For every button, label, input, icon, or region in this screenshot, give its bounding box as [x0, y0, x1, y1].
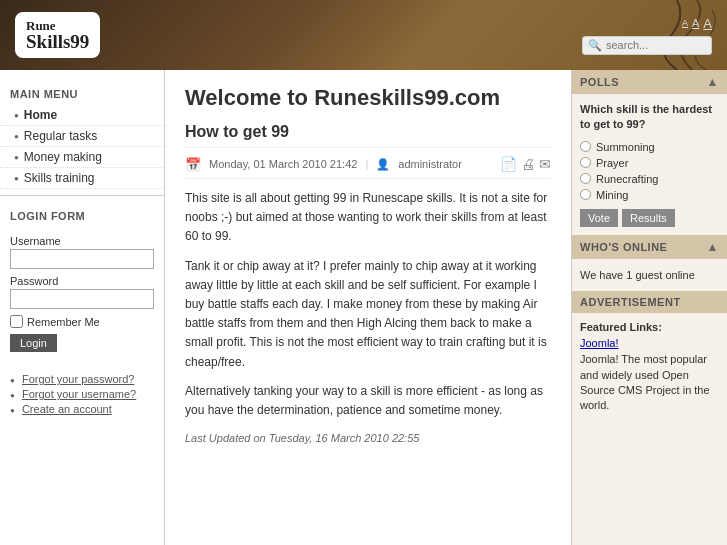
- whos-online-header: WHO'S ONLINE ▲: [572, 235, 727, 259]
- bullet-icon: ●: [10, 406, 15, 415]
- meta-actions: 📄 🖨 ✉: [500, 156, 551, 172]
- forgot-username-link[interactable]: ● Forgot your username?: [10, 388, 154, 400]
- forgot-links: ● Forgot your password? ● Forgot your us…: [0, 368, 164, 423]
- sidebar-item-label: Money making: [24, 150, 102, 164]
- polls-toggle-icon[interactable]: ▲: [707, 75, 719, 89]
- poll-option-label: Prayer: [596, 157, 628, 169]
- nav-bullet: ●: [14, 153, 19, 162]
- text-size-large[interactable]: A: [703, 16, 712, 31]
- article-meta: 📅 Monday, 01 March 2010 21:42 | 👤 admini…: [185, 156, 551, 179]
- sidebar-item-regular-tasks[interactable]: ● Regular tasks: [0, 126, 164, 147]
- advert-content: Featured Links: Joomla! Joomla! The most…: [572, 313, 727, 422]
- poll-radio-runecrafting[interactable]: [580, 173, 591, 184]
- username-input[interactable]: [10, 249, 154, 269]
- print-icon[interactable]: 🖨: [521, 156, 535, 172]
- pdf-icon[interactable]: 📄: [500, 156, 517, 172]
- login-form: Username Password Remember Me Login: [0, 227, 164, 368]
- sidebar-item-money-making[interactable]: ● Money making: [0, 147, 164, 168]
- sidebar-divider: [0, 195, 164, 196]
- text-size-medium[interactable]: A: [692, 17, 699, 29]
- online-text: We have 1 guest online: [580, 267, 719, 284]
- advertisement-header: Advertisement: [572, 291, 727, 313]
- sidebar-item-skills-training[interactable]: ● Skills training: [0, 168, 164, 189]
- nav-bullet: ●: [14, 111, 19, 120]
- featured-links-label: Featured Links:: [580, 321, 719, 333]
- login-form-title: LOGIN FORM: [0, 202, 164, 227]
- poll-option-runecrafting: Runecrafting: [580, 173, 719, 185]
- article-paragraph-3: Alternatively tanking your way to a skil…: [185, 382, 551, 420]
- login-button[interactable]: Login: [10, 334, 57, 352]
- header-right: A A A 🔍: [582, 16, 712, 55]
- nav-bullet: ●: [14, 174, 19, 183]
- forgot-password-link[interactable]: ● Forgot your password?: [10, 373, 154, 385]
- poll-option-prayer: Prayer: [580, 157, 719, 169]
- search-input[interactable]: [606, 39, 706, 51]
- remember-row: Remember Me: [10, 315, 154, 328]
- site-logo: Rune Skills99: [15, 12, 100, 58]
- page-wrapper: MAIN MENU ● Home ● Regular tasks ● Money…: [0, 70, 727, 545]
- vote-button[interactable]: Vote: [580, 209, 618, 227]
- author-icon: 👤: [376, 158, 390, 171]
- article-date: Monday, 01 March 2010 21:42: [209, 158, 357, 170]
- polls-content: Which skill is the hardest to get to 99?…: [572, 94, 727, 235]
- poll-option-label: Summoning: [596, 141, 655, 153]
- whos-online-content: We have 1 guest online: [572, 259, 727, 292]
- sidebar-item-label: Regular tasks: [24, 129, 97, 143]
- sidebar-left: MAIN MENU ● Home ● Regular tasks ● Money…: [0, 70, 165, 545]
- text-size-controls: A A A: [682, 16, 712, 31]
- password-label: Password: [10, 275, 154, 287]
- poll-option-summoning: Summoning: [580, 141, 719, 153]
- poll-radio-summoning[interactable]: [580, 141, 591, 152]
- remember-me-label: Remember Me: [27, 316, 100, 328]
- polls-section: POLLS ▲ Which skill is the hardest to ge…: [572, 70, 727, 235]
- username-label: Username: [10, 235, 154, 247]
- advertisement-title: Advertisement: [580, 296, 681, 308]
- create-account-link[interactable]: ● Create an account: [10, 403, 154, 415]
- poll-buttons: Vote Results: [580, 209, 719, 227]
- sidebar-item-home[interactable]: ● Home: [0, 105, 164, 126]
- article-paragraph-2: Tank it or chip away at it? I prefer mai…: [185, 257, 551, 372]
- article-title: How to get 99: [185, 123, 551, 148]
- calendar-icon: 📅: [185, 157, 201, 172]
- joomla-description: Joomla! The most popular and widely used…: [580, 352, 719, 414]
- article-body: This site is all about getting 99 in Run…: [185, 189, 551, 420]
- article-paragraph-1: This site is all about getting 99 in Run…: [185, 189, 551, 247]
- password-input[interactable]: [10, 289, 154, 309]
- logo-line2: Skills99: [26, 32, 89, 51]
- joomla-link[interactable]: Joomla!: [580, 337, 719, 349]
- bullet-icon: ●: [10, 376, 15, 385]
- article-author: administrator: [398, 158, 462, 170]
- site-header: Rune Skills99 A A A 🔍: [0, 0, 727, 70]
- results-button[interactable]: Results: [622, 209, 675, 227]
- polls-title: POLLS: [580, 76, 619, 88]
- meta-separator: |: [365, 158, 368, 170]
- polls-header: POLLS ▲: [572, 70, 727, 94]
- search-bar: 🔍: [582, 36, 712, 55]
- poll-question: Which skill is the hardest to get to 99?: [580, 102, 719, 133]
- poll-radio-mining[interactable]: [580, 189, 591, 200]
- page-title: Welcome to Runeskills99.com: [185, 85, 551, 111]
- sidebar-item-label: Home: [24, 108, 57, 122]
- sidebar-right: POLLS ▲ Which skill is the hardest to ge…: [572, 70, 727, 545]
- whos-online-title: WHO'S ONLINE: [580, 241, 667, 253]
- poll-radio-prayer[interactable]: [580, 157, 591, 168]
- poll-option-mining: Mining: [580, 189, 719, 201]
- email-icon[interactable]: ✉: [539, 156, 551, 172]
- poll-option-label: Mining: [596, 189, 628, 201]
- whos-online-section: WHO'S ONLINE ▲ We have 1 guest online: [572, 235, 727, 292]
- advertisement-section: Advertisement Featured Links: Joomla! Jo…: [572, 291, 727, 422]
- bullet-icon: ●: [10, 391, 15, 400]
- last-updated: Last Updated on Tuesday, 16 March 2010 2…: [185, 432, 551, 444]
- nav-bullet: ●: [14, 132, 19, 141]
- remember-me-checkbox[interactable]: [10, 315, 23, 328]
- whos-online-toggle-icon[interactable]: ▲: [707, 240, 719, 254]
- main-content: Welcome to Runeskills99.com How to get 9…: [165, 70, 572, 545]
- poll-option-label: Runecrafting: [596, 173, 658, 185]
- search-icon: 🔍: [588, 39, 602, 52]
- text-size-small[interactable]: A: [682, 18, 688, 28]
- sidebar-item-label: Skills training: [24, 171, 95, 185]
- main-menu-title: MAIN MENU: [0, 80, 164, 105]
